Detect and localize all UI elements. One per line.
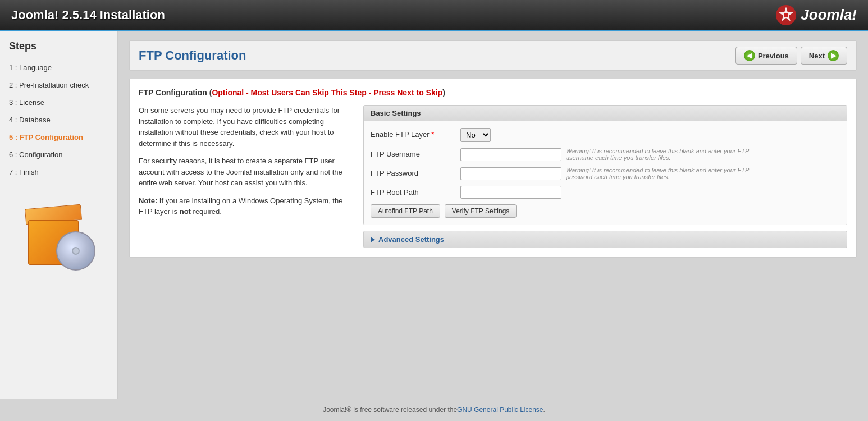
description-para1: On some servers you may need to provide …	[139, 105, 352, 149]
footer-text-before: Joomla!® is free software released under…	[323, 406, 457, 414]
description-note: Note: If you are installing on a Windows…	[139, 195, 352, 217]
enable-ftp-label: Enable FTP Layer *	[371, 128, 460, 139]
ftp-password-label: FTP Password	[371, 167, 460, 177]
ftp-username-row: FTP Username Warning! It is recommended …	[371, 148, 840, 161]
basic-settings-box: Basic Settings Enable FTP Layer *	[363, 105, 847, 225]
content-panel: FTP Configuration (Optional - Most Users…	[129, 79, 857, 258]
description-para2: For security reasons, it is best to crea…	[139, 155, 352, 189]
subtitle-optional: Optional - Most Users Can Skip This Step…	[212, 88, 442, 97]
svg-point-1	[784, 13, 788, 17]
sidebar-title: Steps	[0, 40, 117, 59]
ftp-username-label: FTP Username	[371, 148, 460, 158]
note-text: If you are installing on a Windows Opera…	[139, 196, 342, 216]
subtitle-close: )	[442, 88, 445, 97]
action-buttons: Autofind FTP Path Verify FTP Settings	[371, 204, 840, 218]
note-bold: not	[180, 207, 191, 216]
cd-hole	[72, 247, 80, 255]
sidebar-item-language[interactable]: 1 : Language	[0, 59, 117, 76]
footer-text-after: .	[543, 406, 545, 414]
page-title: FTP Configuration	[139, 48, 246, 63]
sidebar-item-database[interactable]: 4 : Database	[0, 111, 117, 129]
basic-settings-header: Basic Settings	[364, 106, 847, 121]
required-star: *	[431, 130, 434, 139]
sidebar-item-ftp[interactable]: 5 : FTP Configuration	[0, 129, 117, 146]
footer-license-link[interactable]: GNU General Public License	[457, 406, 543, 414]
page-header: FTP Configuration ◀ Previous Next ▶	[129, 40, 857, 71]
ftp-rootpath-control	[460, 186, 840, 199]
previous-label: Previous	[758, 52, 789, 60]
joomla-star-icon	[775, 4, 797, 26]
joomla-logo: Joomla!	[775, 4, 857, 26]
autofind-button[interactable]: Autofind FTP Path	[371, 204, 440, 218]
ftp-rootpath-input[interactable]	[460, 186, 561, 199]
content-area: FTP Configuration ◀ Previous Next ▶ FTP …	[118, 31, 868, 399]
nav-buttons: ◀ Previous Next ▶	[735, 47, 847, 65]
ftp-password-control: Warning! It is recommended to leave this…	[460, 167, 840, 180]
footer: Joomla!® is free software released under…	[0, 399, 868, 421]
subtitle-static: FTP Configuration (	[139, 88, 212, 97]
box-illustration-wrapper	[0, 198, 117, 271]
enable-ftp-row: Enable FTP Layer * No Yes	[371, 128, 840, 142]
ftp-password-warning: Warning! It is recommended to leave this…	[566, 167, 762, 180]
right-column: Basic Settings Enable FTP Layer *	[363, 105, 847, 248]
ftp-username-control: Warning! It is recommended to leave this…	[460, 148, 840, 161]
sidebar-item-preinstall[interactable]: 2 : Pre-Installation check	[0, 76, 117, 94]
ftp-password-input[interactable]	[460, 167, 561, 180]
panel-subtitle: FTP Configuration (Optional - Most Users…	[139, 88, 847, 97]
joomla-brand-text: Joomla!	[801, 6, 857, 24]
main-wrapper: Steps 1 : Language 2 : Pre-Installation …	[0, 31, 868, 399]
sidebar-item-configuration[interactable]: 6 : Configuration	[0, 146, 117, 163]
note-label: Note:	[139, 196, 157, 205]
ftp-rootpath-label: FTP Root Path	[371, 186, 460, 196]
ftp-password-row: FTP Password Warning! It is recommended …	[371, 167, 840, 180]
next-label: Next	[809, 52, 825, 60]
sidebar: Steps 1 : Language 2 : Pre-Installation …	[0, 31, 118, 399]
advanced-settings-label: Advanced Settings	[378, 235, 444, 244]
sidebar-item-finish[interactable]: 7 : Finish	[0, 163, 117, 181]
advanced-settings-bar[interactable]: Advanced Settings	[363, 231, 847, 248]
next-button[interactable]: Next ▶	[801, 47, 847, 65]
previous-button[interactable]: ◀ Previous	[735, 47, 797, 65]
previous-icon: ◀	[744, 50, 755, 61]
note-end: required.	[191, 207, 222, 216]
enable-ftp-select[interactable]: No Yes	[460, 128, 491, 142]
basic-settings-body: Enable FTP Layer * No Yes	[364, 121, 847, 225]
ftp-username-warning: Warning! It is recommended to leave this…	[566, 148, 762, 161]
advanced-settings-triangle	[371, 237, 375, 242]
sidebar-item-license[interactable]: 3 : License	[0, 94, 117, 111]
app-header: Joomla! 2.5.14 Installation Joomla!	[0, 0, 868, 31]
next-icon: ▶	[828, 50, 839, 61]
ftp-rootpath-row: FTP Root Path	[371, 186, 840, 199]
cd-disc	[56, 231, 95, 271]
verify-button[interactable]: Verify FTP Settings	[445, 204, 517, 218]
left-column: On some servers you may need to provide …	[139, 105, 352, 248]
ftp-username-input[interactable]	[460, 148, 561, 161]
panel-columns: On some servers you may need to provide …	[139, 105, 847, 248]
app-title: Joomla! 2.5.14 Installation	[11, 8, 165, 22]
box-illustration	[22, 198, 95, 271]
enable-ftp-control: No Yes	[460, 128, 840, 142]
